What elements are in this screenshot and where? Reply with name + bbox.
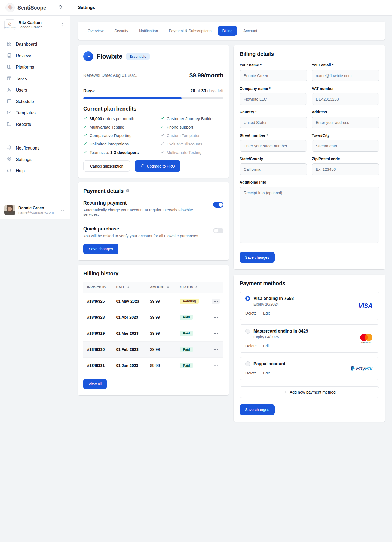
delete-link[interactable]: Delete: [245, 311, 257, 315]
visa-radio[interactable]: [245, 296, 250, 301]
sidebar-item-schedule[interactable]: Schedule: [0, 96, 70, 107]
rocket-icon: [140, 163, 145, 169]
invoice-date: 01 Mar 2023: [113, 325, 147, 342]
tab-payment-subscriptions[interactable]: Payment & Subscriptions: [164, 26, 216, 36]
row-actions-button[interactable]: [212, 299, 220, 305]
sidebar-item-users[interactable]: Users: [0, 84, 70, 96]
paypal-logo: PayPal: [350, 366, 372, 372]
sidebar-item-reports[interactable]: Reports: [0, 119, 70, 130]
column-header-status[interactable]: Status: [177, 282, 206, 293]
flowbite-logo-icon: [83, 51, 93, 61]
view-all-button[interactable]: View all: [83, 379, 107, 389]
billing-details-title: Billing details: [240, 51, 379, 57]
quick-purchase-row: Quick purchase You will be asked to veri…: [83, 226, 223, 238]
row-actions-button[interactable]: [212, 363, 220, 369]
row-actions-button[interactable]: [212, 315, 220, 321]
invoice-amount: $9,99: [147, 309, 177, 325]
chevron-updown-icon: [61, 22, 65, 28]
tab-account[interactable]: Account: [239, 26, 262, 36]
zip-code-input[interactable]: [312, 163, 379, 175]
status-badge: Paid: [180, 347, 193, 352]
profile-name: Bonnie Green: [18, 205, 54, 210]
divider: [260, 344, 260, 348]
sidebar-item-dashboard[interactable]: Dashboard: [0, 39, 70, 50]
brand-row: SentiScope: [0, 0, 70, 16]
check-icon: [83, 142, 87, 146]
tab-overview[interactable]: Overview: [83, 26, 108, 36]
sidebar-item-notifications[interactable]: Notifications: [0, 142, 70, 154]
invoice-id: #1846330: [83, 342, 113, 358]
country-input[interactable]: [240, 117, 307, 128]
divider: [83, 221, 223, 221]
field-street-number: Street number *: [240, 133, 307, 152]
street-number-input[interactable]: [240, 140, 307, 152]
days-label: Days:: [83, 89, 95, 93]
state-county-input[interactable]: [240, 163, 307, 175]
edit-link[interactable]: Edit: [263, 344, 270, 348]
invoice-date: 01 May 2023: [113, 293, 147, 309]
invoice-id: #1846325: [83, 293, 113, 309]
gear-icon: [7, 156, 12, 163]
workspace-branch: London Branch: [19, 25, 42, 29]
billing-history-title: Billing history: [83, 270, 223, 277]
divider: [260, 371, 260, 375]
payment-methods-title: Payment methods: [240, 280, 379, 287]
row-actions-button[interactable]: [212, 347, 220, 353]
recurring-payment-toggle[interactable]: [213, 202, 223, 208]
workspace-logo: ♘ THE RITZ-CARLTON: [4, 19, 15, 30]
save-changes-button[interactable]: Save changes: [83, 244, 118, 254]
sidebar-item-reviews[interactable]: Reviews: [0, 50, 70, 62]
save-changes-button[interactable]: Save changes: [240, 404, 275, 415]
sidebar-item-templates[interactable]: Templates: [0, 107, 70, 119]
your-email-input[interactable]: [312, 70, 379, 81]
sidebar-item-help[interactable]: Help: [0, 165, 70, 177]
add-payment-method-button[interactable]: Add new payment method: [240, 386, 379, 398]
renewal-date: Renewal Date: Aug 01 2023: [83, 73, 137, 78]
visa-logo: VISA: [358, 302, 372, 310]
sidebar-item-settings[interactable]: Settings: [0, 154, 70, 165]
invoice-amount: $9,99: [147, 358, 177, 374]
mastercard-radio[interactable]: [245, 329, 250, 334]
delete-link[interactable]: Delete: [245, 371, 257, 375]
grid-icon: [7, 41, 12, 48]
sidebar-nav: Dashboard Reviews Platforms Tasks Users …: [0, 34, 70, 131]
row-actions-button[interactable]: [212, 331, 220, 337]
sidebar-item-tasks[interactable]: Tasks: [0, 73, 70, 84]
edit-link[interactable]: Edit: [263, 371, 270, 375]
user-menu-button[interactable]: [59, 209, 65, 212]
your-name-input[interactable]: [240, 70, 307, 81]
vat-number-input[interactable]: [312, 93, 379, 105]
check-icon: [160, 116, 164, 121]
company-name-input[interactable]: [240, 93, 307, 105]
delete-link[interactable]: Delete: [245, 344, 257, 348]
brand-name: SentiScope: [17, 5, 46, 11]
invoice-id: #1846331: [83, 358, 113, 374]
town-city-input[interactable]: [312, 140, 379, 152]
edit-link[interactable]: Edit: [263, 311, 270, 315]
additional-info-textarea[interactable]: [240, 187, 379, 243]
save-changes-button[interactable]: Save changes: [240, 252, 275, 263]
search-button[interactable]: [57, 4, 64, 11]
quick-purchase-toggle[interactable]: [213, 228, 223, 233]
days-remaining: 20 of 30 days left: [190, 89, 223, 93]
payment-details-card: Payment details Recurring payment Automa…: [78, 182, 229, 260]
columns-icon: [7, 75, 12, 82]
main-header: Settings: [70, 0, 392, 16]
tab-security[interactable]: Security: [110, 26, 133, 36]
sidebar-item-platforms[interactable]: Platforms: [0, 62, 70, 73]
tab-notification[interactable]: Notification: [135, 26, 162, 36]
tab-billing[interactable]: Billing: [218, 26, 237, 36]
app-root: SentiScope ♘ THE RITZ-CARLTON Ritz-Carlt…: [0, 0, 392, 422]
column-header-amount[interactable]: Amount: [147, 282, 177, 293]
cancel-subscription-button[interactable]: Cancel subscription: [83, 160, 130, 172]
address-input[interactable]: [312, 117, 379, 128]
sidebar: SentiScope ♘ THE RITZ-CARLTON Ritz-Carlt…: [0, 0, 70, 219]
column-header-date[interactable]: Date: [113, 282, 147, 293]
field-state-county: State/County: [240, 157, 307, 175]
workspace-selector[interactable]: ♘ THE RITZ-CARLTON Ritz-Carlton London B…: [0, 16, 70, 34]
upgrade-to-pro-button[interactable]: Upgrade to PRO: [135, 160, 180, 172]
page-title: Settings: [78, 5, 95, 10]
paypal-radio[interactable]: [245, 361, 250, 366]
recurring-payment-title: Recurring payment: [83, 200, 208, 206]
plan-product-name: Flowbite: [97, 53, 122, 60]
